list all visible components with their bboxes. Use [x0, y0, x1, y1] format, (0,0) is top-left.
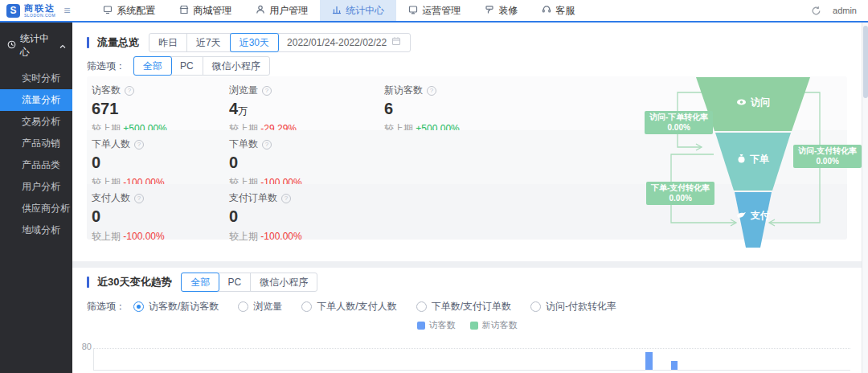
radio-icon	[530, 301, 541, 312]
metric-radio-group: 访客数/新访客数 浏览量 下单人数/支付人数 下单数/支付订单数 访问-付款转化…	[133, 300, 616, 314]
slodon-logo-icon: S	[6, 4, 20, 18]
radio-orderusers-payusers[interactable]: 下单人数/支付人数	[301, 300, 396, 314]
nav-item-operation-management[interactable]: 运营管理	[396, 0, 473, 21]
stat-new-visitors: 新访客数? 6 较上期 +500.00%	[384, 84, 460, 136]
nav-item-mall-management[interactable]: 商城管理	[167, 0, 244, 21]
legend-visitors[interactable]: 访客数	[417, 319, 456, 331]
sidebar-item-product-movement[interactable]: 产品动销	[0, 133, 72, 154]
radio-pageviews[interactable]: 浏览量	[238, 300, 282, 314]
sidebar-item-region-analysis[interactable]: 地域分析	[0, 219, 72, 241]
nav-item-decorate[interactable]: 装修	[473, 0, 530, 21]
date-range-picker[interactable]: 2022/01/24-2022/02/22	[278, 34, 410, 51]
sidebar: 统计中心 实时分析 流量分析 交易分析 产品动销 产品品类 用户分析 供应商分析…	[0, 23, 72, 373]
brand-domain: SLODON.COM	[24, 14, 55, 18]
title-marker	[87, 37, 89, 48]
stat-delta: -100.00%	[260, 231, 301, 242]
radio-visitors-newvisitors[interactable]: 访客数/新访客数	[133, 300, 219, 314]
help-icon[interactable]: ?	[134, 194, 144, 203]
refresh-icon[interactable]	[811, 6, 821, 16]
caret-up-icon	[59, 40, 66, 51]
stat-order-users: 下单人数? 0 较上期 -100.00%	[92, 137, 165, 190]
stat-pay-users: 支付人数? 0 较上期 -100.00%	[92, 191, 165, 244]
sidebar-group-statistics[interactable]: 统计中心	[0, 23, 72, 68]
system-config-icon	[103, 5, 113, 17]
nav-item-system-config[interactable]: 系统配置	[91, 0, 167, 21]
brand-name: 商联达	[24, 4, 55, 13]
nav-item-statistics-center[interactable]: 统计中心	[320, 0, 396, 21]
money-bag-icon	[737, 154, 746, 166]
stat-visitors: 访客数? 671 较上期 +500.00%	[92, 84, 167, 136]
sidebar-item-trade-analysis[interactable]: 交易分析	[0, 111, 72, 133]
date-range-tabs: 昨日 近7天 近30天 2022/01/24-2022/02/22	[149, 33, 411, 52]
brand-logo[interactable]: S 商联达 SLODON.COM	[0, 0, 63, 21]
title-marker	[87, 277, 89, 288]
collapse-menu-icon[interactable]: ≡	[63, 0, 76, 21]
top-navbar: S 商联达 SLODON.COM ≡ 系统配置 商城管理 用户管理 统计中心	[0, 0, 868, 23]
help-icon[interactable]: ?	[427, 86, 436, 96]
stat-pay-orders: 支付订单数? 0 较上期 -100.00%	[229, 191, 302, 244]
main-nav: 系统配置 商城管理 用户管理 统计中心 运营管理 装修	[91, 0, 587, 21]
radio-orders-payorders[interactable]: 下单数/支付订单数	[416, 300, 511, 314]
user-account[interactable]: admin	[833, 6, 857, 15]
nav-item-user-management[interactable]: 用户管理	[244, 0, 320, 21]
radio-icon	[301, 301, 312, 312]
channel-wechat-miniprogram[interactable]: 微信小程序	[203, 57, 269, 75]
sidebar-item-realtime-analysis[interactable]: 实时分析	[0, 68, 72, 89]
trend-title: 近30天变化趋势	[97, 275, 171, 289]
channel-tabs: 全部 PC 微信小程序	[133, 56, 270, 76]
pay-hand-icon	[736, 211, 747, 222]
stats-icon	[332, 5, 342, 17]
help-icon[interactable]: ?	[134, 140, 144, 150]
date-range-value: 2022/01/24-2022/02/22	[287, 34, 387, 51]
legend-swatch-blue	[417, 322, 425, 330]
mall-icon	[179, 5, 189, 17]
chart-legend: 访客数 新访客数	[72, 319, 862, 331]
channel-all[interactable]: 全部	[133, 56, 172, 76]
calendar-icon	[391, 34, 401, 51]
traffic-overview-panel: 流量总览 昨日 近7天 近30天 2022/01/24-2022/02/22 筛…	[72, 23, 862, 261]
operation-icon	[408, 5, 418, 17]
tab-yesterday[interactable]: 昨日	[149, 34, 187, 51]
eye-icon	[736, 97, 747, 109]
y-axis-line	[93, 348, 94, 370]
tab-last7days[interactable]: 近7天	[187, 34, 231, 51]
tab-last30days[interactable]: 近30天	[230, 33, 279, 52]
sidebar-item-traffic-analysis[interactable]: 流量分析	[0, 89, 72, 111]
radio-icon	[133, 301, 144, 312]
conversion-badge-visit-pay: 访问-支付转化率 0.00%	[793, 145, 862, 168]
sidebar-item-user-analysis[interactable]: 用户分析	[0, 176, 72, 198]
help-icon[interactable]: ?	[262, 86, 272, 96]
gridline-80	[93, 348, 850, 349]
channel-pc[interactable]: PC	[171, 57, 203, 75]
help-icon[interactable]: ?	[281, 194, 291, 203]
stat-pageviews: 浏览量? 4万 较上期 -29.29%	[229, 84, 297, 136]
conversion-badge-order-pay: 下单-支付转化率 0.00%	[646, 182, 714, 205]
vertical-scrollbar	[862, 23, 868, 373]
conversion-badge-visit-order: 访问-下单转化率 0.00%	[645, 111, 713, 134]
legend-swatch-green	[470, 322, 478, 330]
legend-new-visitors[interactable]: 新访客数	[470, 319, 518, 331]
help-icon[interactable]: ?	[125, 86, 134, 96]
stat-delta: -100.00%	[123, 231, 164, 242]
filter-label: 筛选项：	[87, 297, 125, 316]
bar-visitors-1	[645, 352, 653, 370]
filter-label: 筛选项：	[87, 56, 125, 76]
trend-channel-tabs: 全部 PC 微信小程序	[181, 273, 317, 292]
trend-channel-all[interactable]: 全部	[181, 273, 219, 292]
help-icon[interactable]: ?	[262, 140, 272, 150]
y-axis-tick: 80	[79, 342, 92, 351]
sidebar-item-product-category[interactable]: 产品品类	[0, 154, 72, 176]
trend-channel-wechat-miniprogram[interactable]: 微信小程序	[251, 273, 317, 291]
conversion-funnel: 访问 下单 支付 访问-下单转化率 0.00% 访问-支付转化率 0.00% 下…	[627, 76, 852, 257]
radio-visit-pay-conversion[interactable]: 访问-付款转化率	[530, 300, 616, 314]
scrollbar-thumb[interactable]	[863, 26, 868, 98]
sidebar-item-supplier-analysis[interactable]: 供应商分析	[0, 198, 72, 219]
clock-icon	[7, 40, 16, 51]
section-divider	[72, 261, 862, 268]
stat-orders: 下单数? 0 较上期 -100.00%	[229, 137, 302, 190]
trend-channel-pc[interactable]: PC	[219, 273, 251, 291]
nav-item-customer-service[interactable]: 客服	[530, 0, 587, 21]
bar-visitors-2	[671, 361, 678, 370]
panel-title: 流量总览	[97, 35, 139, 50]
user-icon	[256, 5, 265, 17]
